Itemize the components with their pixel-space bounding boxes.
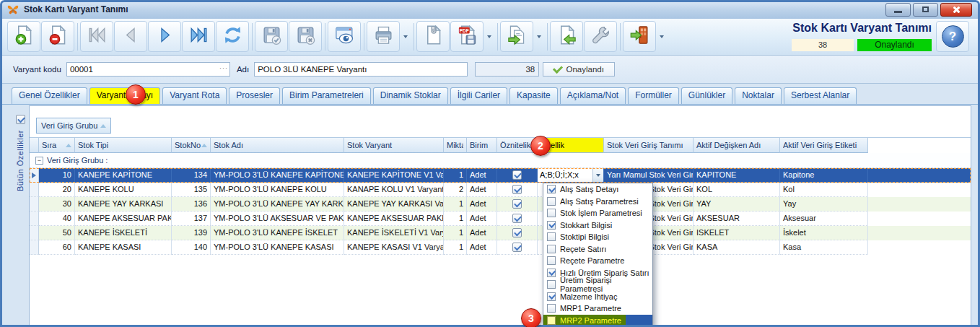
collapse-icon[interactable]: − [35,157,43,165]
group-by-button[interactable]: Veri Giriş Grubu [36,118,111,134]
tab-serbest-alanlar[interactable]: Serbest Alanlar [784,87,857,104]
cell-oznitelik [497,183,538,197]
print-dropdown-arrow[interactable] [401,21,411,52]
variant-name-input[interactable] [254,62,468,77]
cell-miktar: 1 [444,240,467,255]
previous-record-button[interactable] [114,21,147,52]
dropdown-item-stokkart-bilgisi[interactable]: Stokkart Bilgisi [543,219,652,232]
tab-genel-ozellikler[interactable]: Genel Özellikler [12,87,87,104]
dropdown-item-checkbox[interactable] [547,292,556,301]
cell-birim: Adet [467,197,497,212]
tab-varyant-detayi[interactable]: Varyant Detayı [89,87,160,104]
dropdown-item-checkbox[interactable] [547,185,556,193]
dropdown-item-recete-parametre[interactable]: Reçete Parametre [543,255,652,267]
column-header-birim[interactable]: Birim [467,138,497,153]
table-row[interactable]: 40KANEPE AKSESUAR PAKETİ137YM-POLO 3'LÜ … [30,212,971,226]
table-row[interactable]: 30KANEPE YAY KARKASI136YM-POLO 3'LÜ KANE… [30,197,971,212]
pdf-export-dropdown-arrow[interactable] [484,21,494,52]
oznitelik-checkbox[interactable] [512,243,522,252]
dropdown-item-mrp2-parametre[interactable]: MRP2 Parametre [543,315,652,327]
dropdown-item-mrp1-parametre[interactable]: MRP1 Parametre [543,302,652,315]
group-row[interactable]: − Veri Giriş Grubu : [30,153,971,168]
dropdown-item-checkbox[interactable] [547,197,556,206]
table-row[interactable]: 10KANEPE KAPİTONE134YM-POLO 3'LÜ KANEPE … [30,168,971,183]
dropdown-item-checkbox[interactable] [547,221,556,230]
tab-birim-parametreleri[interactable]: Birim Parametreleri [282,87,371,104]
last-record-button[interactable] [182,21,215,52]
column-header-stok_adi[interactable]: Stok Adı [211,138,344,153]
import-button[interactable] [550,21,583,52]
column-header-etiket[interactable]: Aktif Veri Giriş Etiketi [780,138,868,153]
dropdown-item-checkbox[interactable] [547,209,556,217]
tab-noktalar[interactable]: Noktalar [735,87,782,104]
maximize-button[interactable] [913,3,938,17]
variant-code-input[interactable] [66,62,230,77]
oznitelik-checkbox[interactable] [512,185,522,194]
browse-ellipsis-button[interactable]: ··· [219,64,228,71]
column-header-miktar[interactable]: Miktar [444,138,467,153]
dropdown-item-stoktipi-bilgisi[interactable]: Stoktipi Bilgisi [543,231,652,243]
dropdown-item-uretim-siparisi-parametresi[interactable]: Üretim Siparişi Parametresi [543,279,652,291]
copy-export-button[interactable] [500,21,533,52]
save-button[interactable] [255,21,288,52]
delete-record-button[interactable] [41,21,74,52]
table-row[interactable]: 20KANEPE KOLU135YM-POLO 3'LÜ KANEPE KOLU… [30,183,971,197]
print-button[interactable] [367,21,400,52]
tab-formuller[interactable]: Formüller [628,87,679,104]
dropdown-item-checkbox[interactable] [547,245,556,253]
oznitelik-checkbox[interactable] [512,228,522,237]
table-row[interactable]: 60KANEPE KASASI140YM-POLO 3'LÜ KANEPE KA… [30,240,971,255]
tab-i-lgili-cariler[interactable]: İlgili Cariler [450,87,507,104]
dropdown-item-checkbox[interactable] [547,316,556,325]
cell-stok_tipi: KANEPE KOLU [75,183,172,197]
chevron-down-icon [403,35,408,38]
minimize-button[interactable] [885,3,911,17]
dropdown-item-checkbox[interactable] [547,232,556,241]
column-header-stok_varyant[interactable]: Stok Varyant [344,138,444,153]
cell-stok_tipi: KANEPE KAPİTONE [75,168,172,183]
tab-kapasite[interactable]: Kapasite [509,87,558,104]
tab-dinamik-stoklar[interactable]: Dinamik Stoklar [373,87,448,104]
oznitelik-checkbox[interactable] [512,199,522,209]
column-header-sira[interactable]: Sıra [39,138,75,153]
close-button[interactable] [940,3,972,17]
preview-button[interactable] [328,21,361,52]
panel-title: Stok Kartı Varyant Tanımı [792,22,932,35]
dropdown-item-checkbox[interactable] [547,269,556,277]
copy-export-dropdown-arrow[interactable] [534,21,544,52]
column-header-stok_no[interactable]: StokNo [172,138,211,153]
column-header-stok_tipi[interactable]: Stok Tipi [75,138,172,153]
save-close-button[interactable] [289,21,322,52]
tab-gunlukler[interactable]: Günlükler [681,87,732,104]
refresh-button[interactable] [216,21,249,52]
settings-button[interactable] [584,21,617,52]
dropdown-item-checkbox[interactable] [547,304,556,313]
tab-aciklama-not[interactable]: Açıklama/Not [560,87,626,104]
tab-prosesler[interactable]: Prosesler [229,87,280,104]
help-button[interactable]: ? [936,21,969,52]
dropdown-item-recete-satiri[interactable]: Reçete Satırı [543,243,652,256]
exit-dropdown-arrow[interactable] [657,21,667,52]
add-record-button[interactable] [7,21,40,52]
all-properties-checkbox[interactable] [16,115,25,124]
oznitelik-checkbox[interactable] [512,170,522,180]
oznitelik-checkbox[interactable] [512,214,522,223]
dropdown-item-checkbox[interactable] [547,256,556,265]
column-header-veri_giris[interactable]: Stok Veri Giriş Tanımı [604,138,694,153]
next-record-button[interactable] [148,21,181,52]
dropdown-item-alis-satis-parametresi[interactable]: Alış Satış Parametresi [543,196,652,208]
dropdown-item-stok-i-slem-parametresi[interactable]: Stok İşlem Parametresi [543,207,652,219]
table-row[interactable]: 50KANEPE İSKELETİ139YM-POLO 3'LÜ KANEPE … [30,226,971,240]
dropdown-item-checkbox[interactable] [547,280,556,289]
column-header-degisken[interactable]: Aktif Değişken Adı [694,138,780,153]
exit-button[interactable] [623,21,656,52]
dropdown-item-label: MRP1 Parametre [560,304,621,313]
attachment-button[interactable] [416,21,450,52]
arrow-right-icon [154,24,176,49]
dropdown-item-alis-satis-detayi[interactable]: Alış Satış Detayı [543,183,652,196]
combo-dropdown-button[interactable] [592,168,603,182]
tab-varyant-rota[interactable]: Varyant Rota [162,87,227,104]
first-record-button[interactable] [80,21,113,52]
pdf-export-button[interactable]: PDF [450,21,484,52]
sort-asc-icon [66,144,71,147]
